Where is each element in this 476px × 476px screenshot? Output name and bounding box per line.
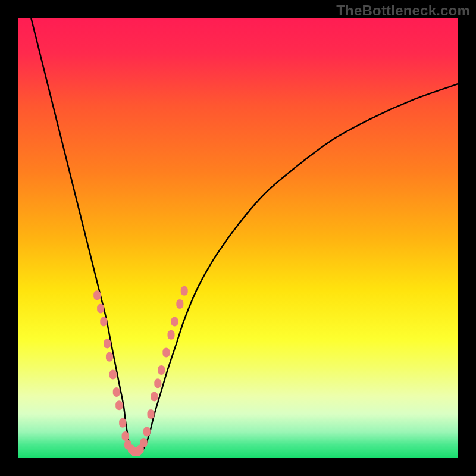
marker-point: [140, 438, 148, 447]
marker-point: [109, 369, 117, 379]
marker-point: [162, 347, 170, 357]
chart-frame: TheBottleneck.com: [0, 0, 476, 476]
marker-point: [168, 330, 175, 340]
marker-point: [154, 378, 161, 388]
marker-point: [147, 409, 154, 419]
marker-point: [171, 317, 178, 327]
marker-point: [143, 427, 151, 437]
marker-point: [104, 339, 111, 349]
marker-point: [115, 400, 123, 410]
watermark-label: TheBottleneck.com: [336, 2, 470, 19]
marker-point: [97, 303, 104, 313]
marker-point: [106, 352, 113, 362]
bottleneck-chart: [18, 18, 458, 458]
marker-point: [151, 392, 158, 401]
marker-point: [119, 418, 126, 428]
marker-point: [93, 290, 101, 300]
plot-area: [18, 18, 458, 458]
marker-point: [122, 431, 129, 441]
marker-point: [113, 387, 120, 397]
marker-point: [176, 299, 183, 309]
marker-point: [181, 286, 188, 296]
marker-point: [100, 317, 107, 327]
gradient-background: [18, 18, 458, 458]
marker-point: [158, 365, 165, 375]
